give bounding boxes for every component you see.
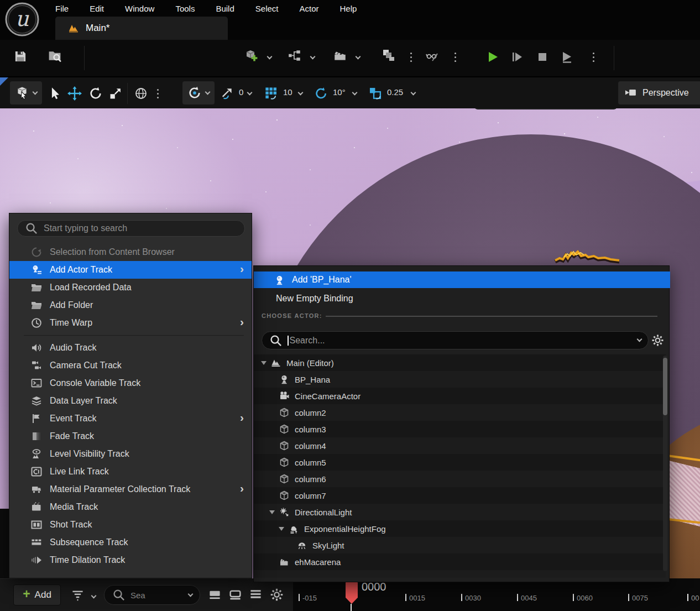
timeline-ruler[interactable]: -0150015003000450060007500 0000 (293, 578, 700, 611)
launch-button[interactable] (560, 50, 574, 64)
actor-search-field[interactable] (262, 331, 649, 349)
menu-item-time-warp[interactable]: Time Warp› (9, 314, 252, 332)
add-bp-hana-item[interactable]: Add 'BP_Hana' (254, 271, 670, 288)
tree-expander-icon[interactable] (279, 527, 284, 531)
scrollbar-thumb[interactable] (663, 358, 667, 415)
track-menu-search-input[interactable] (44, 223, 238, 233)
menu-item-data-layer-track[interactable]: Data Layer Track (9, 392, 252, 410)
perspective-dropdown[interactable]: Perspective (618, 81, 700, 105)
kebab-menu-icon[interactable] (593, 56, 594, 58)
filter-button[interactable] (71, 588, 85, 602)
menu-item-subsequence-track[interactable]: Subsequence Track (9, 534, 252, 551)
tree-row-column4[interactable]: column4 (254, 437, 666, 454)
menubar-item-edit[interactable]: Edit (90, 4, 104, 13)
view-outline-button[interactable] (228, 588, 242, 602)
tree-row-column2[interactable]: column2 (254, 404, 666, 421)
track-menu-search[interactable] (17, 220, 245, 237)
scale-snap-button[interactable] (368, 86, 383, 101)
actor-search-input[interactable] (290, 336, 634, 346)
rotation-snap-button[interactable] (314, 86, 328, 101)
tree-row-column6[interactable]: column6 (254, 471, 666, 487)
select-tool-button[interactable] (49, 86, 63, 101)
tree-row-partial[interactable] (254, 570, 666, 578)
tree-row-bp-hana[interactable]: BP_Hana (254, 371, 666, 388)
tree-row-skylight[interactable]: SkyLight (254, 537, 666, 553)
tree-row-ehmacarena[interactable]: ehMacarena (254, 553, 666, 570)
rotation-snap-chevron-icon[interactable] (352, 90, 358, 96)
surface-snap-button[interactable] (220, 86, 234, 101)
tree-row-column7[interactable]: column7 (254, 487, 666, 504)
tree-row-column3[interactable]: column3 (254, 421, 666, 437)
gizmo-cycle-dropdown[interactable] (182, 81, 215, 105)
tree-row-exponentialheightfog[interactable]: ExponentialHeightFog (254, 520, 666, 537)
chevron-down-icon[interactable] (637, 337, 642, 342)
playhead-marker[interactable] (346, 582, 358, 604)
menu-item-time-dilation-track[interactable]: Time Dilation Track (9, 551, 252, 569)
chevron-down-icon[interactable] (188, 591, 194, 597)
menu-item-shot-track[interactable]: Shot Track (9, 516, 252, 534)
menu-item-event-track[interactable]: Event Track› (9, 410, 252, 427)
menubar-item-tools[interactable]: Tools (175, 4, 195, 13)
rotate-tool-button[interactable] (88, 86, 103, 101)
sequencer-search-field[interactable] (104, 585, 200, 605)
new-empty-binding-item[interactable]: New Empty Binding (254, 290, 670, 307)
sequencer-add-button[interactable]: + Add (13, 584, 61, 605)
menu-item-add-folder[interactable]: Add Folder (9, 296, 252, 314)
menubar-item-actor[interactable]: Actor (299, 4, 318, 13)
sequencer-search-input[interactable] (130, 591, 184, 600)
cinematics-chevron-icon[interactable] (356, 54, 361, 60)
menubar-item-help[interactable]: Help (340, 4, 357, 13)
tree-expander-icon[interactable] (269, 510, 275, 514)
blueprints-button[interactable] (288, 49, 302, 63)
grid-snap-chevron-icon[interactable] (298, 90, 304, 96)
blueprints-chevron-icon[interactable] (310, 54, 316, 60)
menu-item-add-actor-track[interactable]: Add Actor Track› (9, 261, 252, 279)
kebab-menu-icon[interactable] (157, 93, 159, 95)
sequencer-settings-gear-icon[interactable] (269, 587, 284, 602)
menu-item-fade-track[interactable]: Fade Track (9, 427, 252, 445)
menu-item-audio-track[interactable]: Audio Track (9, 339, 252, 357)
transform-mode-dropdown[interactable] (10, 81, 42, 105)
sequencer-panels-button[interactable] (382, 48, 396, 62)
stop-button[interactable] (535, 50, 550, 64)
kebab-menu-icon[interactable] (410, 56, 412, 58)
filter-chevron-icon[interactable] (91, 593, 97, 599)
save-button[interactable] (13, 49, 28, 64)
menu-item-material-parameter-collection-track[interactable]: Material Parameter Collection Track› (9, 481, 252, 498)
tick-mark (461, 594, 462, 601)
grid-snap-button[interactable] (264, 86, 279, 101)
move-tool-button[interactable] (67, 86, 82, 101)
tree-row-cinecameraactor[interactable]: CineCameraActor (254, 388, 666, 404)
menu-item-live-link-track[interactable]: Live Link Track (9, 463, 252, 481)
scale-tool-button[interactable] (108, 86, 123, 101)
frame-skip-button[interactable] (510, 50, 524, 64)
tree-row-main-editor-[interactable]: Main (Editor) (254, 354, 666, 371)
menubar-item-build[interactable]: Build (216, 4, 234, 13)
view-list-button[interactable] (249, 588, 263, 602)
tree-row-directionallight[interactable]: DirectionalLight (254, 504, 666, 520)
gear-icon[interactable] (651, 333, 665, 347)
scale-snap-chevron-icon[interactable] (411, 90, 416, 96)
surface-snap-chevron-icon[interactable] (247, 90, 253, 96)
tree-row-column5[interactable]: column5 (254, 454, 666, 471)
menubar-item-window[interactable]: Window (125, 4, 154, 13)
menu-item-camera-cut-track[interactable]: Camera Cut Track (9, 357, 252, 374)
menu-item-console-variable-track[interactable]: Console Variable Track (9, 374, 252, 392)
preview-mode-button[interactable] (425, 49, 439, 63)
menubar-item-select[interactable]: Select (255, 4, 279, 13)
cinematics-button[interactable] (333, 49, 347, 63)
menu-item-media-track[interactable]: Media Track (9, 498, 252, 516)
tab-main-sequence[interactable]: Main* (55, 17, 228, 40)
add-actor-button[interactable] (244, 48, 259, 62)
kebab-menu-icon[interactable] (455, 56, 456, 58)
menu-item-level-visibility-track[interactable]: Level Visibility Track (9, 445, 252, 463)
menu-item-load-recorded-data[interactable]: Load Recorded Data (9, 279, 252, 296)
tree-expander-icon[interactable] (261, 361, 267, 365)
play-button[interactable] (485, 50, 500, 64)
content-browser-button[interactable] (48, 49, 62, 63)
menubar-item-file[interactable]: File (55, 4, 69, 13)
world-coordinate-button[interactable] (134, 86, 148, 101)
add-actor-chevron-icon[interactable] (267, 54, 273, 60)
unreal-logo-icon[interactable]: u (4, 1, 40, 38)
view-compact-button[interactable] (208, 588, 222, 602)
